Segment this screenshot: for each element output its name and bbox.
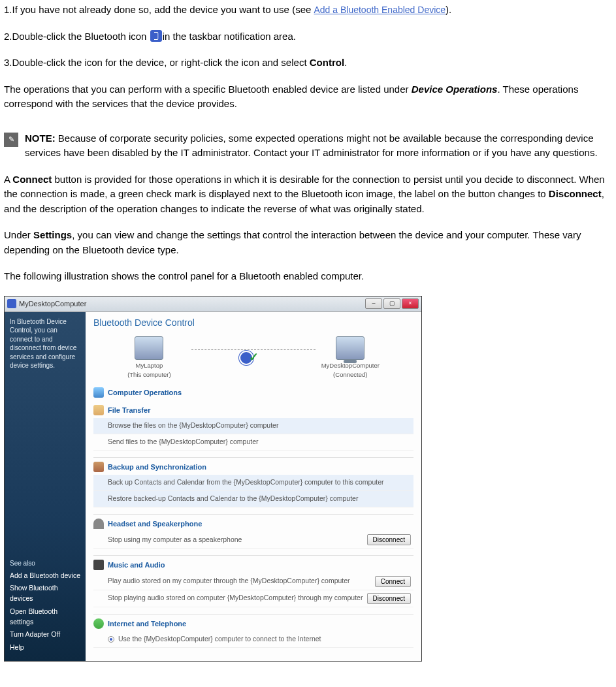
- op-internet-connect[interactable]: Use the {MyDesktopComputer} computer to …: [93, 631, 413, 648]
- radio-selected[interactable]: [108, 636, 114, 643]
- p1a: The operations that you can perform with…: [4, 84, 412, 95]
- bluetooth-center-icon: ✓: [239, 351, 253, 365]
- step-2-text-a: 2.Double-click the Bluetooth icon: [4, 31, 150, 42]
- dev1-name: MyLaptop: [127, 361, 171, 370]
- globe-icon: [93, 618, 104, 629]
- device-this-computer: MyLaptop (This computer): [127, 336, 171, 380]
- computer-icon: [93, 387, 104, 398]
- sec-header-music: Music and Audio: [93, 555, 413, 571]
- step-2: 2.Double-click the Bluetooth icon in the…: [4, 29, 612, 44]
- sec-title-music: Music and Audio: [108, 560, 165, 571]
- step-2-text-b: in the taskbar notification area.: [163, 31, 296, 42]
- p2a: A: [4, 174, 12, 185]
- device-operations-bold: Device Operations: [412, 84, 498, 95]
- bluetooth-icon: [150, 30, 162, 42]
- op-play-audio-text: Play audio stored on my computer through…: [108, 576, 371, 586]
- step-1-text-a: 1.If you have not already done so, add t…: [4, 4, 314, 15]
- op-send-files-text: Send files to the {MyDesktopComputer} co…: [108, 437, 411, 447]
- op-backup-contacts[interactable]: Back up Contacts and Calendar from the {…: [93, 475, 413, 491]
- control-bold: Control: [310, 57, 344, 68]
- op-stop-audio-text: Stop playing audio stored on computer {M…: [108, 593, 363, 603]
- close-button[interactable]: ×: [402, 298, 419, 309]
- op-internet-connect-text: Use the {MyDesktopComputer} computer to …: [118, 634, 411, 645]
- sidebar-link-add[interactable]: Add a Bluetooth device: [10, 571, 80, 581]
- connection-row: MyLaptop (This computer) ✓ MyDesktopComp…: [93, 336, 413, 380]
- dev1-sub: (This computer): [127, 370, 171, 379]
- step-3: 3.Double-click the icon for the device, …: [4, 56, 612, 71]
- backup-icon: [93, 462, 104, 472]
- titlebar: MyDesktopComputer – ▢ ×: [5, 296, 421, 312]
- bluetooth-control-window: MyDesktopComputer – ▢ × In Bluetooth Dev…: [4, 296, 422, 662]
- note-icon: ✎: [4, 133, 18, 147]
- folder-icon: [93, 405, 104, 415]
- sec-header-headset: Headset and Speakerphone: [93, 514, 413, 530]
- section-backup: Backup and Synchronization Back up Conta…: [93, 457, 413, 507]
- connect-button-music[interactable]: Connect: [375, 576, 411, 587]
- minimize-button[interactable]: –: [365, 298, 382, 309]
- op-stop-audio: Stop playing audio stored on computer {M…: [93, 590, 413, 607]
- device-remote-computer: MyDesktopComputer (Connected): [321, 336, 380, 380]
- p2c: button is provided for those operations …: [4, 174, 605, 200]
- desktop-icon: [336, 336, 365, 360]
- disconnect-button-music[interactable]: Disconnect: [367, 593, 411, 604]
- section-music: Music and Audio Play audio stored on my …: [93, 555, 413, 607]
- sidebar-link-help[interactable]: Help: [10, 643, 80, 653]
- section-computer-operations: Computer Operations: [93, 387, 413, 398]
- step-1: 1.If you have not already done so, add t…: [4, 3, 612, 18]
- music-icon: [93, 560, 104, 570]
- op-backup-contacts-text: Back up Contacts and Calendar from the {…: [108, 477, 411, 488]
- disconnect-bold: Disconnect: [549, 188, 602, 199]
- main-title: Bluetooth Device Control: [93, 316, 413, 330]
- window-buttons: – ▢ ×: [365, 298, 419, 309]
- section-headset: Headset and Speakerphone Stop using my c…: [93, 514, 413, 549]
- see-also-label: See also: [10, 558, 80, 568]
- sec-header-backup: Backup and Synchronization: [93, 457, 413, 473]
- op-restore-contacts[interactable]: Restore backed-up Contacts and Calendar …: [93, 491, 413, 507]
- dev2-sub: (Connected): [321, 370, 380, 379]
- op-stop-speakerphone: Stop using my computer as a speakerphone…: [93, 532, 413, 549]
- headset-icon: [93, 519, 104, 529]
- op-browse-files-text: Browse the files on the {MyDesktopComput…: [108, 421, 411, 431]
- window-body: In Bluetooth Device Control, you can con…: [5, 312, 421, 661]
- note-block: ✎ NOTE: Because of corporate security po…: [4, 131, 612, 161]
- sidebar-link-show[interactable]: Show Bluetooth devices: [10, 583, 80, 604]
- settings-bold: Settings: [33, 229, 72, 240]
- sec-header-computer: Computer Operations: [93, 387, 413, 398]
- op-browse-files[interactable]: Browse the files on the {MyDesktopComput…: [93, 418, 413, 434]
- p3a: Under: [4, 229, 33, 240]
- sidebar-description: In Bluetooth Device Control, you can con…: [10, 317, 80, 370]
- op-stop-speakerphone-text: Stop using my computer as a speakerphone: [108, 535, 363, 545]
- sec-title-internet: Internet and Telephone: [108, 618, 186, 630]
- titlebar-text: MyDesktopComputer: [19, 298, 365, 310]
- op-restore-contacts-text: Restore backed-up Contacts and Calendar …: [108, 494, 411, 504]
- para-settings: Under Settings, you can view and change …: [4, 228, 612, 257]
- sec-title-headset: Headset and Speakerphone: [108, 519, 202, 530]
- sec-header-file: File Transfer: [93, 405, 413, 416]
- step-3-text-a: 3.Double-click the icon for the device, …: [4, 57, 310, 68]
- main-panel: Bluetooth Device Control MyLaptop (This …: [86, 312, 421, 661]
- laptop-icon: [135, 336, 163, 360]
- para-connect: A Connect button is provided for those o…: [4, 172, 612, 217]
- para-device-operations: The operations that you can perform with…: [4, 82, 612, 112]
- p3b: , you can view and change the settings t…: [4, 229, 581, 255]
- add-bluetooth-device-link[interactable]: Add a Bluetooth Enabled Device: [314, 5, 446, 15]
- sidebar-link-settings[interactable]: Open Bluetooth settings: [10, 607, 80, 628]
- op-send-files[interactable]: Send files to the {MyDesktopComputer} co…: [93, 434, 413, 451]
- sec-header-internet: Internet and Telephone: [93, 614, 413, 630]
- sec-title-computer: Computer Operations: [108, 387, 182, 398]
- note-content: NOTE: Because of corporate security poli…: [25, 131, 612, 161]
- sidebar-link-turnoff[interactable]: Turn Adapter Off: [10, 630, 80, 640]
- section-file-transfer: File Transfer Browse the files on the {M…: [93, 405, 413, 451]
- titlebar-bluetooth-icon: [7, 299, 16, 308]
- sec-title-backup: Backup and Synchronization: [108, 462, 206, 473]
- para-illustration-intro: The following illustration shows the con…: [4, 269, 612, 284]
- maximize-button[interactable]: ▢: [383, 298, 400, 309]
- note-text: Because of corporate security policies, …: [25, 133, 598, 159]
- sidebar: In Bluetooth Device Control, you can con…: [5, 312, 86, 661]
- check-icon: ✓: [249, 349, 259, 366]
- disconnect-button-headset[interactable]: Disconnect: [367, 534, 411, 545]
- op-play-audio: Play audio stored on my computer through…: [93, 573, 413, 590]
- step-3-text-b: .: [344, 57, 347, 68]
- sec-title-file: File Transfer: [108, 405, 150, 416]
- connect-bold: Connect: [12, 174, 52, 185]
